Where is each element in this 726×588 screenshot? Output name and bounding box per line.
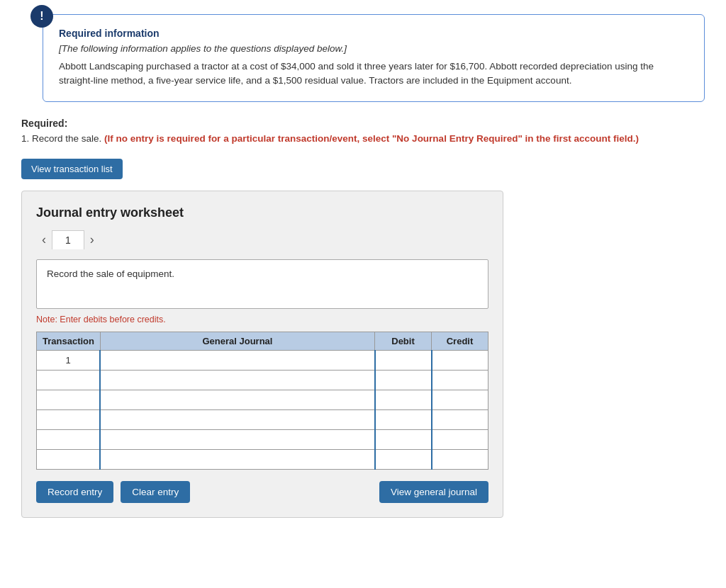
- table-row: [37, 370, 488, 390]
- description-text: Record the sale of equipment.: [47, 268, 174, 279]
- info-body: Abbott Landscaping purchased a tractor a…: [59, 60, 688, 89]
- note-text: Note: Enter debits before credits.: [36, 315, 488, 324]
- col-transaction: Transaction: [37, 332, 101, 350]
- credit-input[interactable]: [437, 434, 484, 445]
- general-journal-input[interactable]: [105, 454, 369, 465]
- credit-input[interactable]: [437, 355, 484, 366]
- debit-input[interactable]: [380, 355, 427, 366]
- required-section: Required: 1. Record the sale. (If no ent…: [21, 118, 705, 146]
- credit-input[interactable]: [437, 454, 484, 465]
- info-title: Required information: [59, 28, 688, 39]
- credit-cell[interactable]: [432, 429, 488, 449]
- credit-input[interactable]: [437, 414, 484, 425]
- general-journal-input[interactable]: [105, 434, 369, 445]
- transaction-cell: [37, 390, 101, 409]
- record-entry-button[interactable]: Record entry: [36, 481, 113, 503]
- debit-cell[interactable]: [375, 429, 432, 449]
- worksheet-container: Journal entry worksheet ‹ 1 › Record the…: [21, 191, 503, 518]
- transaction-cell: [37, 449, 101, 469]
- table-row: [37, 449, 488, 469]
- clear-entry-button[interactable]: Clear entry: [121, 481, 190, 503]
- col-credit: Credit: [432, 332, 488, 350]
- general-journal-cell[interactable]: [100, 409, 374, 429]
- table-row: [37, 429, 488, 449]
- required-label: Required:: [21, 118, 705, 129]
- required-instruction-plain: Record the sale.: [32, 133, 101, 144]
- required-number: 1.: [21, 133, 29, 144]
- debit-input[interactable]: [380, 414, 427, 425]
- credit-cell[interactable]: [432, 449, 488, 469]
- bottom-buttons: Record entry Clear entry View general jo…: [36, 481, 488, 503]
- transaction-cell: 1: [37, 350, 101, 370]
- credit-cell[interactable]: [432, 409, 488, 429]
- debit-cell[interactable]: [375, 409, 432, 429]
- tab-navigation: ‹ 1 ›: [36, 230, 488, 249]
- debit-input[interactable]: [380, 454, 427, 465]
- table-row: [37, 409, 488, 429]
- debit-cell[interactable]: [375, 350, 432, 370]
- worksheet-title: Journal entry worksheet: [36, 205, 488, 220]
- debit-input[interactable]: [380, 395, 427, 405]
- table-row: [37, 390, 488, 409]
- transaction-cell: [37, 429, 101, 449]
- debit-input[interactable]: [380, 434, 427, 445]
- debit-cell[interactable]: [375, 390, 432, 409]
- transaction-cell: [37, 409, 101, 429]
- view-transaction-container: View transaction list: [21, 159, 705, 179]
- col-debit: Debit: [375, 332, 432, 350]
- transaction-cell: [37, 370, 101, 390]
- credit-input[interactable]: [437, 375, 484, 385]
- general-journal-input[interactable]: [105, 395, 369, 405]
- table-row: 1: [37, 350, 488, 370]
- view-general-journal-button[interactable]: View general journal: [379, 481, 488, 503]
- general-journal-input[interactable]: [105, 355, 369, 366]
- required-instruction-highlight: (If no entry is required for a particula…: [104, 133, 639, 144]
- description-box: Record the sale of equipment.: [36, 259, 488, 309]
- credit-cell[interactable]: [432, 370, 488, 390]
- general-journal-cell[interactable]: [100, 390, 374, 409]
- general-journal-cell[interactable]: [100, 429, 374, 449]
- journal-table: Transaction General Journal Debit Credit…: [36, 332, 488, 470]
- general-journal-cell[interactable]: [100, 449, 374, 469]
- debit-cell[interactable]: [375, 449, 432, 469]
- general-journal-cell[interactable]: [100, 350, 374, 370]
- credit-cell[interactable]: [432, 350, 488, 370]
- view-transaction-button[interactable]: View transaction list: [21, 159, 123, 179]
- info-icon: !: [30, 5, 53, 28]
- col-general-journal: General Journal: [100, 332, 374, 350]
- info-subtitle: [The following information applies to th…: [59, 43, 688, 54]
- required-instruction: 1. Record the sale. (If no entry is requ…: [21, 132, 705, 146]
- general-journal-cell[interactable]: [100, 370, 374, 390]
- debit-cell[interactable]: [375, 370, 432, 390]
- general-journal-input[interactable]: [105, 414, 369, 425]
- tab-prev-arrow[interactable]: ‹: [36, 230, 52, 249]
- tab-next-arrow[interactable]: ›: [84, 230, 100, 249]
- tab-1[interactable]: 1: [52, 230, 84, 249]
- info-box: ! Required information [The following in…: [43, 14, 705, 102]
- credit-input[interactable]: [437, 395, 484, 405]
- general-journal-input[interactable]: [105, 375, 369, 385]
- debit-input[interactable]: [380, 375, 427, 385]
- credit-cell[interactable]: [432, 390, 488, 409]
